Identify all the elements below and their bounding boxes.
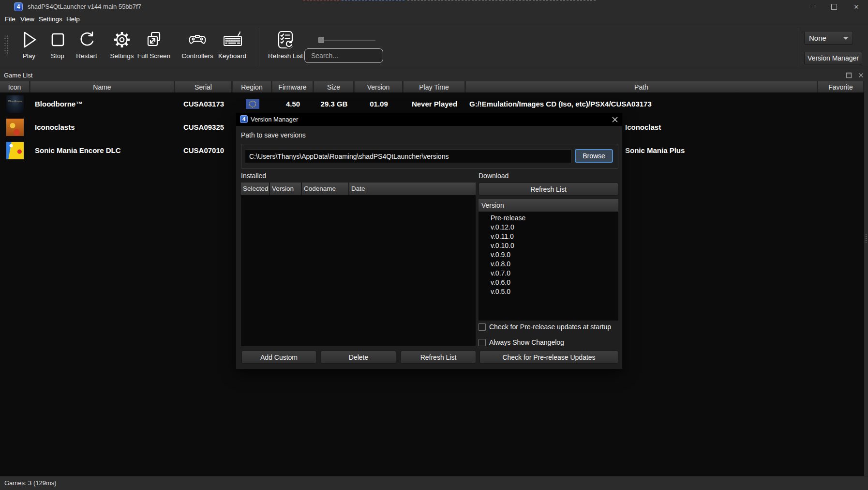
installed-table[interactable]: SelectedVersionCodenameDate [241, 183, 476, 346]
application-window: 4 shadPS4QtLauncher v144 main 55bb7f7 ✕ … [0, 0, 868, 490]
menu-bar: FileViewSettingsHelp [0, 14, 868, 25]
prerelease-checkbox[interactable] [479, 323, 486, 331]
column-header-play-time[interactable]: Play Time [404, 81, 465, 92]
dialog-close-icon [612, 117, 618, 122]
dock-float-icon [846, 72, 852, 78]
menu-settings[interactable]: Settings [39, 14, 62, 25]
menu-file[interactable]: File [5, 14, 15, 25]
icon-size-slider[interactable] [318, 37, 375, 44]
version-item[interactable]: v.0.7.0 [479, 269, 618, 278]
game-serial: CUSA07010 [175, 139, 232, 162]
path-input[interactable]: C:\Users\Thanys\AppData\Roaming\shadPS4Q… [245, 149, 571, 163]
column-header-icon[interactable]: Icon [0, 81, 30, 92]
column-header-name[interactable]: Name [30, 81, 175, 92]
screen-edge-artifact [342, 0, 404, 1]
dock-close-button[interactable] [858, 72, 864, 78]
theme-select-value: None [809, 34, 826, 42]
version-item[interactable]: v.0.5.0 [479, 287, 618, 296]
installed-column-selected[interactable]: Selected [241, 183, 270, 195]
version-manager-label: Version Manager [808, 54, 859, 62]
menu-view[interactable]: View [20, 14, 34, 25]
game-path-visible: Sonic Mania Plus [625, 139, 685, 162]
game-name: Iconoclasts [35, 116, 75, 139]
installed-refresh-button[interactable]: Refresh List [401, 351, 476, 364]
column-header-region[interactable]: Region [233, 81, 272, 92]
game-serial: CUSA09325 [175, 116, 232, 139]
dialog-close-button[interactable] [608, 113, 622, 126]
status-text: Games: 3 (129ms) [4, 476, 57, 490]
game-table-header: IconNameSerialRegionFirmwareSizeVersionP… [0, 81, 864, 92]
sonic-mania-cover [6, 142, 24, 159]
slider-handle[interactable] [318, 37, 324, 43]
changelog-checkbox[interactable] [479, 339, 486, 346]
maximize-button[interactable] [826, 0, 842, 14]
toolbar-right-separator [798, 28, 798, 66]
eu-flag-icon [246, 99, 259, 109]
maximize-icon [831, 4, 837, 10]
keyboard-icon [221, 28, 244, 51]
column-header-path[interactable]: Path [466, 81, 818, 92]
prerelease-checkbox-label: Check for Pre-release updates at startup [489, 323, 611, 331]
column-header-size[interactable]: Size [314, 81, 354, 92]
delete-button[interactable]: Delete [321, 351, 396, 364]
window-titlebar: 4 shadPS4QtLauncher v144 main 55bb7f7 ✕ [0, 0, 868, 14]
delete-label: Delete [349, 353, 368, 361]
column-header-firmware[interactable]: Firmware [272, 81, 314, 92]
version-item[interactable]: v.0.12.0 [479, 223, 618, 232]
chevron-down-icon [843, 37, 848, 40]
path-input-value: C:\Users\Thanys\AppData\Roaming\shadPS4Q… [249, 153, 449, 160]
minimize-icon [809, 7, 815, 7]
close-button[interactable]: ✕ [848, 0, 865, 14]
dock-titlebar: Game List [0, 69, 868, 81]
window-title: shadPS4QtLauncher v144 main 55bb7f7 [28, 0, 141, 14]
resize-grip-dots [865, 234, 868, 243]
theme-select[interactable]: None [804, 31, 853, 45]
game-path-visible: Iconoclast [625, 116, 661, 139]
installed-column-codename[interactable]: Codename [302, 183, 349, 195]
version-item[interactable]: v.0.9.0 [479, 250, 618, 260]
version-item[interactable]: v.0.6.0 [479, 278, 618, 287]
game-name: Bloodborne™ [35, 92, 83, 116]
iconoclasts-cover [6, 119, 24, 136]
screen-edge-artifact [407, 0, 596, 1]
dock-float-button[interactable] [846, 72, 852, 78]
path-to-save-label: Path to save versions [241, 131, 306, 139]
version-item[interactable]: Pre-release [479, 214, 618, 223]
column-header-version[interactable]: Version [355, 81, 403, 92]
dialog-title: Version Manager [251, 113, 298, 126]
installed-column-version[interactable]: Version [270, 183, 302, 195]
dock-close-icon [858, 72, 864, 78]
prerelease-checkbox-row[interactable]: Check for Pre-release updates at startup [479, 323, 611, 331]
minimize-button[interactable] [804, 0, 820, 14]
toolbar: Play Stop Restart Settings [0, 25, 868, 69]
version-item[interactable]: v.0.10.0 [479, 241, 618, 250]
dock-title: Game List [4, 69, 32, 81]
add-custom-button[interactable]: Add Custom [241, 351, 316, 364]
slider-track [318, 40, 375, 41]
menu-help[interactable]: Help [66, 14, 80, 25]
version-item[interactable]: v.0.11.0 [479, 232, 618, 241]
dialog-app-icon: 4 [240, 115, 248, 123]
version-manager-dialog: 4 Version Manager Path to save versions … [236, 112, 623, 369]
add-custom-label: Add Custom [260, 353, 298, 361]
installed-column-date[interactable]: Date [349, 183, 476, 195]
search-input[interactable]: Search... [304, 48, 383, 63]
changelog-checkbox-label: Always Show Changelog [489, 338, 564, 346]
version-item[interactable]: v.0.8.0 [479, 260, 618, 269]
browse-button[interactable]: Browse [575, 149, 613, 163]
game-name: Sonic Mania Encore DLC [35, 139, 121, 162]
dock-resize-handle[interactable] [864, 69, 868, 476]
column-header-favorite[interactable]: Favorite [818, 81, 864, 92]
status-bar: Games: 3 (129ms) [0, 476, 868, 490]
dialog-titlebar[interactable]: 4 Version Manager [236, 113, 622, 126]
check-prerelease-button[interactable]: Check for Pre-release Updates [479, 351, 618, 364]
screen-edge-artifact [303, 0, 341, 1]
download-version-list[interactable]: Version Pre-releasev.0.12.0v.0.11.0v.0.1… [479, 199, 618, 321]
check-prerelease-label: Check for Pre-release Updates [502, 353, 595, 361]
version-manager-button[interactable]: Version Manager [804, 52, 862, 64]
column-header-serial[interactable]: Serial [175, 81, 232, 92]
download-refresh-button[interactable]: Refresh List [479, 183, 618, 196]
close-icon: ✕ [854, 3, 859, 11]
search-placeholder: Search... [311, 52, 338, 60]
changelog-checkbox-row[interactable]: Always Show Changelog [479, 338, 564, 346]
